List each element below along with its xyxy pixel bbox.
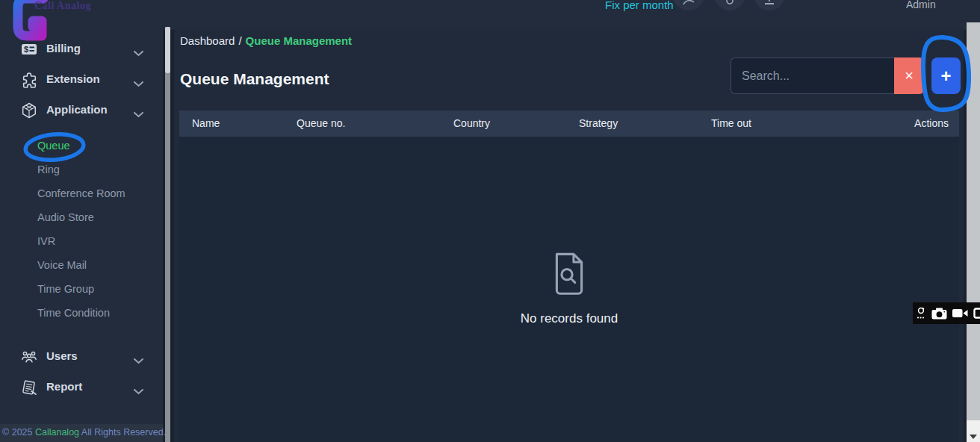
chevron-down-icon bbox=[134, 46, 143, 60]
sidebar-subitem-label: Conference Room bbox=[37, 187, 125, 199]
sidebar-item-label: Extension bbox=[46, 72, 100, 85]
report-icon bbox=[20, 379, 38, 399]
picker-dots-icon[interactable] bbox=[917, 307, 926, 320]
users-icon bbox=[20, 348, 38, 369]
chevron-down-icon bbox=[134, 108, 143, 121]
sidebar-subitem-label: Time Condition bbox=[37, 307, 110, 319]
camera-icon[interactable] bbox=[931, 308, 947, 320]
breadcrumb: Dashboard/Queue Management bbox=[180, 34, 352, 47]
sidebar-item-label: Report bbox=[46, 380, 82, 393]
sidebar-subitem-audio-store[interactable]: Audio Store bbox=[0, 206, 163, 230]
sidebar-subitem-label: IVR bbox=[37, 235, 55, 247]
puzzle-icon bbox=[20, 71, 38, 92]
sidebar-subitem-label: Audio Store bbox=[37, 211, 94, 223]
sidebar-subitem-label: Voice Mail bbox=[37, 259, 87, 271]
sidebar: Call Analog $ Billing Extension Applicat… bbox=[0, 0, 163, 442]
sidebar-item-label: Billing bbox=[46, 42, 81, 55]
page-scrollbar-track[interactable] bbox=[967, 22, 980, 442]
search-group: × bbox=[731, 57, 924, 94]
sidebar-subitem-ivr[interactable]: IVR bbox=[0, 230, 163, 254]
sidebar-item-billing[interactable]: $ Billing bbox=[0, 37, 163, 62]
admin-user-label[interactable]: Admin bbox=[906, 0, 936, 10]
chevron-down-icon bbox=[134, 354, 143, 367]
column-header-strategy: Strategy bbox=[579, 117, 618, 129]
download-button[interactable] bbox=[754, 0, 785, 10]
sidebar-subitem-queue[interactable]: Queue bbox=[0, 134, 163, 158]
scrollbar-down-arrow[interactable] bbox=[967, 429, 980, 442]
sidebar-subitem-voice-mail[interactable]: Voice Mail bbox=[0, 254, 163, 278]
clear-search-button[interactable]: × bbox=[894, 57, 924, 94]
sidebar-subitem-time-condition[interactable]: Time Condition bbox=[0, 302, 163, 326]
sidebar-subitem-time-group[interactable]: Time Group bbox=[0, 278, 163, 302]
video-camera-icon[interactable] bbox=[952, 308, 968, 318]
breadcrumb-current: Queue Management bbox=[246, 34, 353, 47]
sidebar-subitem-label: Ring bbox=[37, 164, 60, 175]
sidebar-subitem-ring[interactable]: Ring bbox=[0, 158, 163, 182]
brand-name: Call Analog bbox=[34, 0, 91, 12]
sidebar-subitem-label: Queue bbox=[37, 140, 70, 152]
page-title: Queue Management bbox=[180, 70, 329, 88]
phone-button[interactable] bbox=[673, 0, 704, 10]
add-queue-button[interactable]: + bbox=[931, 57, 961, 94]
chevron-down-icon bbox=[134, 77, 143, 90]
empty-state: No records found bbox=[179, 252, 959, 326]
table-header-row: Name Queue no. Country Strategy Time out… bbox=[179, 110, 959, 137]
copyright-year: © 2025 bbox=[2, 427, 33, 438]
main-panel: Dashboard/Queue Management Queue Managem… bbox=[174, 28, 964, 442]
user-button[interactable] bbox=[714, 0, 745, 10]
column-header-name: Name bbox=[192, 117, 220, 129]
sidebar-subitem-conference-room[interactable]: Conference Room bbox=[0, 182, 163, 206]
copyright-brand: Callanalog bbox=[35, 427, 79, 438]
chevron-down-icon bbox=[134, 385, 143, 398]
copyright-rights: All Rights Reserved. bbox=[81, 427, 166, 438]
sidebar-item-label: Users bbox=[46, 349, 78, 362]
cube-icon bbox=[20, 102, 38, 122]
copyright-footer: © 2025 Callanalog All Rights Reserved. bbox=[0, 424, 163, 442]
column-header-country: Country bbox=[453, 117, 490, 129]
breadcrumb-dashboard-link[interactable]: Dashboard bbox=[180, 34, 235, 47]
sidebar-item-users[interactable]: Users bbox=[0, 344, 163, 370]
breadcrumb-separator: / bbox=[235, 34, 245, 47]
search-input[interactable] bbox=[731, 57, 894, 94]
table-body: No records found bbox=[179, 137, 959, 442]
column-header-actions: Actions bbox=[914, 117, 949, 129]
page-scrollbar-thumb[interactable] bbox=[967, 22, 980, 420]
sidebar-item-extension[interactable]: Extension bbox=[0, 67, 163, 93]
billing-card-icon: $ bbox=[20, 40, 38, 61]
sidebar-item-application[interactable]: Application bbox=[0, 98, 163, 123]
sidebar-subitem-label: Time Group bbox=[37, 283, 94, 295]
sidebar-scrollbar-thumb[interactable] bbox=[165, 27, 170, 73]
recorder-toolbar bbox=[913, 302, 980, 324]
sidebar-item-report[interactable]: Report bbox=[0, 375, 163, 400]
document-search-icon bbox=[551, 252, 587, 295]
empty-state-message: No records found bbox=[179, 311, 959, 326]
column-header-queue-no: Queue no. bbox=[297, 117, 345, 129]
svg-text:$: $ bbox=[24, 45, 28, 54]
column-header-time-out: Time out bbox=[711, 117, 751, 129]
sidebar-scrollbar-track[interactable] bbox=[165, 27, 170, 442]
window-icon[interactable] bbox=[973, 308, 980, 319]
sidebar-item-label: Application bbox=[46, 103, 108, 116]
plan-highlight-label: Fix per month bbox=[605, 0, 674, 11]
